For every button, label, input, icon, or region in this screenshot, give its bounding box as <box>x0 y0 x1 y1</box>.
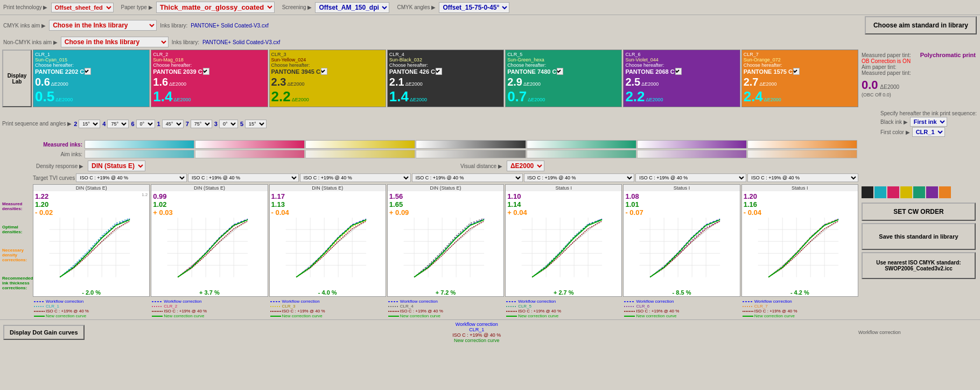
legend-4: Workflow correction CLR_4 ISO C : +19% @… <box>387 298 504 319</box>
non-cmyk-aim-label: Non-CMYK inks aim ▶ <box>3 39 58 45</box>
set-cw-order-btn[interactable]: SET CW ORDER <box>862 203 976 221</box>
obc-label: OB Correction is ON <box>862 58 976 64</box>
palette-violet <box>926 186 938 198</box>
print-tech-label: Print technology ▶ <box>3 4 48 10</box>
color-block-clr5: CLR_5 Sun-Green_hexa Choose hereafter: P… <box>505 50 622 107</box>
chart-6: Status I 1.08 1.01 - 0.07 <box>623 184 740 297</box>
color-block-clr3: CLR_3 Sun-Yellow_024 Choose hereafter: P… <box>269 50 386 107</box>
non-cmyk-aim-row: Non-CMYK inks aim ▶ Chose in the Inks li… <box>0 36 980 48</box>
tvi-select-6[interactable]: ISO C : +19% @ 40 % <box>635 173 746 182</box>
black-ink-label: Black ink ▶ <box>880 119 908 125</box>
palette-orange <box>939 186 951 198</box>
chart-svg-6 <box>624 218 739 288</box>
paper-type-label: Paper type ▶ <box>121 4 153 10</box>
svg-rect-44 <box>522 218 606 288</box>
palette-green <box>913 186 925 198</box>
visual-dist-label: Visual distance ▶ <box>460 163 502 169</box>
clr6-aim-select[interactable] <box>675 68 682 75</box>
ink-thickness-label: Recommended ink thickness corrections: <box>2 276 32 290</box>
right-wf-label: Workflow correction <box>858 330 901 335</box>
color-block-clr4: CLR_4 Sun-Black_032 Choose hereafter: PA… <box>387 50 504 107</box>
chart-svg-1 <box>33 218 149 288</box>
use-nearest-btn[interactable]: Use nearest ISO CMYK standard: SWOP2006_… <box>862 252 976 279</box>
legend-1: Workflow correction CLR_1 ISO C : +19% @… <box>33 298 150 319</box>
palette-yellow <box>900 186 912 198</box>
polychromatic-label: Polychromatic print <box>920 52 976 58</box>
clr1-aim-select[interactable] <box>85 68 91 75</box>
density-corrections-label: Necessary density corrections: <box>2 248 32 262</box>
meas-paper-val-label: Measured paper tint: <box>862 70 976 76</box>
palette-black <box>862 186 873 198</box>
color-block-clr2: CLR_2 Sun-Mag_018 Choose hereafter: PANT… <box>151 50 268 107</box>
visual-dist-select[interactable]: ΔE2000 <box>507 161 544 171</box>
legend-2: Workflow correction CLR_2 ISO C : +19% @… <box>151 298 268 319</box>
tvi-select-3[interactable]: ISO C : +19% @ 40 % <box>300 173 411 182</box>
right-info-panel: Measured paper tint: Polychromatic print… <box>859 50 978 107</box>
svg-rect-33 <box>403 218 487 288</box>
palette-cyan <box>874 186 886 198</box>
paper-type-select[interactable]: Thick_matte_or_glossy_coated <box>156 2 275 13</box>
non-cmyk-library-file: PANTONE+ Solid Coated-V3.cxf <box>202 39 280 45</box>
cmyk-angles-select[interactable]: Offset_15-75-0-45° <box>439 2 509 13</box>
palette-magenta <box>887 186 899 198</box>
cmyk-library-label: Inks library: <box>160 23 187 29</box>
cmyk-aim-row: CMYK inks aim ▶ Chose in the Inks librar… <box>0 15 980 36</box>
legend-7: Workflow correction CLR_7 ISO C : +19% @… <box>741 298 858 319</box>
chart-2: DIN (Status E) 0.99 1.02 + 0.03 <box>151 184 268 297</box>
aim-paper-label: Aim paper tint: <box>862 64 976 70</box>
app-container: Print technology ▶ Offset_sheet_fed Pape… <box>0 0 980 345</box>
print-tech-select[interactable]: Offset_sheet_fed <box>51 3 114 12</box>
legend-5: Workflow correction CLR_5 ISO C : +19% @… <box>505 298 622 319</box>
first-color-select[interactable]: CLR_1 <box>912 127 945 137</box>
chart-svg-5 <box>506 218 621 288</box>
cmyk-angles-label: CMYK angles ▶ <box>397 4 436 10</box>
specify-ink-label: Specify hereafter the ink print sequence… <box>880 110 977 116</box>
seq5-select[interactable]: 75° <box>191 120 212 128</box>
color-block-clr6: CLR_6 Sun-Violet_044 Choose hereafter: P… <box>623 50 740 107</box>
meas-densities-label: Measured densities: <box>2 201 32 211</box>
choose-aim-btn[interactable]: Choose aim standard in library <box>865 16 977 34</box>
clr7-aim-select[interactable] <box>793 68 800 75</box>
svg-rect-11 <box>167 218 251 288</box>
legend-6: Workflow correction CLR_6 ISO C : +19% @… <box>623 298 740 319</box>
chart-3: DIN (Status E) 1.17 1.13 - 0.04 <box>269 184 386 297</box>
seq2-select[interactable]: 75° <box>107 120 129 128</box>
chart-7: Status I 1.20 1.16 - 0.04 <box>741 184 858 297</box>
save-standard-btn[interactable]: Save this standard in library <box>862 223 976 250</box>
seq4-select[interactable]: 45° <box>162 120 184 128</box>
tvi-select-7[interactable]: ISO C : +19% @ 40 % <box>747 173 858 182</box>
screening-label: Screening ▶ <box>282 4 312 10</box>
clr2-aim-select[interactable] <box>203 68 209 75</box>
bottom-wf-1: Workflow correction CLR_1 ISO C : +19% @… <box>100 322 854 343</box>
density-select[interactable]: DIN (Status E) <box>88 161 145 171</box>
top-row-1: Print technology ▶ Offset_sheet_fed Pape… <box>0 0 980 15</box>
tvi-select-1[interactable]: ISO C : +19% @ 40 % <box>76 173 187 182</box>
display-lab-btn[interactable]: Display Lab <box>2 50 32 107</box>
seq6-select[interactable]: 0° <box>219 120 238 128</box>
non-cmyk-aim-select[interactable]: Chose in the Inks library <box>61 37 169 47</box>
meas-paper-label: Measured paper tint: <box>862 52 911 58</box>
seq1-select[interactable]: 15° <box>79 120 100 128</box>
svg-rect-55 <box>640 218 724 288</box>
density-label: Density response ▶ <box>36 163 83 169</box>
tvi-select-5[interactable]: ISO C : +19% @ 40 % <box>524 173 635 182</box>
chart-svg-7 <box>742 218 858 288</box>
tvi-select-4[interactable]: ISO C : +19% @ 40 % <box>412 173 523 182</box>
ink-seq-section: Specify hereafter the ink print sequence… <box>879 109 978 138</box>
seq7-select[interactable]: 15° <box>245 120 267 128</box>
aim-inks-label: Aim inks: <box>34 151 82 157</box>
legend-3: Workflow correction CLR_3 ISO C : +19% @… <box>269 298 386 319</box>
clr4-aim-select[interactable] <box>436 68 442 75</box>
display-dot-gain-btn[interactable]: Display Dot Gain curves <box>3 325 85 340</box>
first-color-label: First color ▶ <box>880 129 910 135</box>
tvi-select-2[interactable]: ISO C : +19% @ 40 % <box>188 173 299 182</box>
measured-inks-label: Measured inks: <box>34 142 82 148</box>
clr3-aim-select[interactable] <box>321 68 327 75</box>
color-block-clr1: CLR_1 Sun-Cyan_015 Choose hereafter: PAN… <box>33 50 150 107</box>
cmyk-aim-select[interactable]: Chose in the Inks library <box>49 20 157 31</box>
black-ink-select[interactable]: First ink <box>910 117 947 127</box>
clr5-aim-select[interactable] <box>557 68 563 75</box>
screening-select[interactable]: Offset_AM_150_dpi <box>315 2 389 13</box>
right-action-panel: SET CW ORDER Save this standard in libra… <box>859 184 978 297</box>
seq3-select[interactable]: 0° <box>136 120 155 128</box>
